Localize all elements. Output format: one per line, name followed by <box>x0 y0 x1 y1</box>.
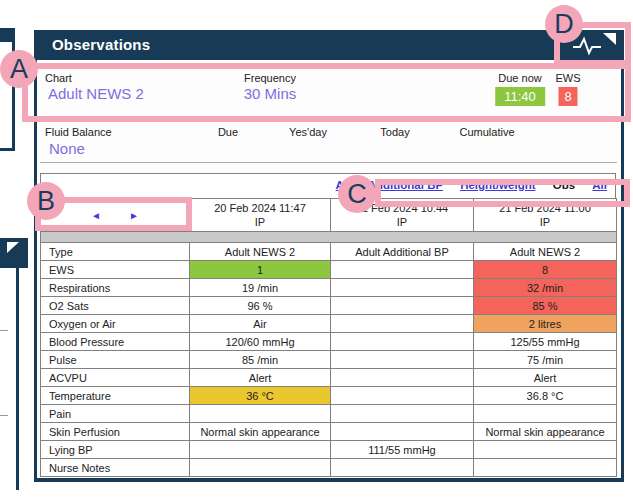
observation-cell <box>331 297 474 315</box>
table-row: EWS18 <box>41 261 617 279</box>
table-row: ACVPUAlertAlert <box>41 369 617 387</box>
background-row-line <box>0 330 8 331</box>
observation-cell: 85 /min <box>190 351 331 369</box>
observation-cell <box>331 423 474 441</box>
background-panel-border <box>12 28 15 150</box>
row-label: Respirations <box>41 279 190 297</box>
observation-cell: Normal skin appearance <box>190 423 331 441</box>
fluid-balance-value-link[interactable]: None <box>49 140 85 157</box>
callout-circle-d: D <box>545 5 583 43</box>
table-row: Pain <box>41 405 617 423</box>
observation-cell <box>331 261 474 279</box>
row-label: Oxygen or Air <box>41 315 190 333</box>
observation-cell: 1 <box>190 261 331 279</box>
observation-cell: Adult NEWS 2 <box>190 243 331 261</box>
panel-header: Observations <box>37 30 621 60</box>
table-row: Nurse Notes <box>41 459 617 477</box>
separator-row <box>41 232 617 243</box>
callout-rect-a <box>22 63 631 122</box>
observation-cell: Air <box>190 315 331 333</box>
panel-title: Observations <box>52 36 150 53</box>
callout-rect-c <box>375 179 630 207</box>
table-row: Oxygen or AirAir2 litres <box>41 315 617 333</box>
observation-cell: Alert <box>190 369 331 387</box>
table-row: Temperature36 °C36.8 °C <box>41 387 617 405</box>
observation-cell: 8 <box>474 261 617 279</box>
callout-circle-a: A <box>0 50 38 88</box>
callout-circle-c: C <box>338 175 376 213</box>
fluid-balance-label: Fluid Balance <box>45 126 112 138</box>
observation-cell <box>190 441 331 459</box>
panel-body: Chart Adult NEWS 2 Frequency 30 Mins Due… <box>37 60 621 478</box>
observation-cell <box>331 351 474 369</box>
observation-cell <box>331 387 474 405</box>
observation-cell: 2 litres <box>474 315 617 333</box>
fluid-due-label: Due <box>218 126 238 138</box>
observation-cell <box>331 333 474 351</box>
callout-circle-b: B <box>27 182 65 220</box>
observation-cell <box>190 459 331 477</box>
column-patient-class: IP <box>333 215 471 229</box>
row-label: Pulse <box>41 351 190 369</box>
observation-cell: 36.8 °C <box>474 387 617 405</box>
row-label: ACVPU <box>41 369 190 387</box>
column-patient-class: IP <box>192 215 328 229</box>
observation-cell <box>331 405 474 423</box>
row-label: O2 Sats <box>41 297 190 315</box>
observation-cell <box>190 405 331 423</box>
row-label: Type <box>41 243 190 261</box>
observation-cell: Adult NEWS 2 <box>474 243 617 261</box>
observation-cell: Adult Additional BP <box>331 243 474 261</box>
row-label: Temperature <box>41 387 190 405</box>
column-patient-class: IP <box>476 215 614 229</box>
observation-cell <box>331 369 474 387</box>
row-label: EWS <box>41 261 190 279</box>
background-icon-box <box>0 238 28 268</box>
observation-cell: 120/60 mmHg <box>190 333 331 351</box>
observation-cell: Alert <box>474 369 617 387</box>
table-row: O2 Sats96 %85 % <box>41 297 617 315</box>
fluid-today-label: Today <box>380 126 409 138</box>
observation-cell: 75 /min <box>474 351 617 369</box>
observations-table: ◄► 20 Feb 2024 11:47 IP 21 Feb 2024 10:4… <box>40 198 617 477</box>
table-row: Lying BP111/55 mmHg <box>41 441 617 459</box>
row-label: Skin Perfusion <box>41 423 190 441</box>
observation-cell <box>331 459 474 477</box>
background-row-line <box>0 415 8 416</box>
table-row: Skin PerfusionNormal skin appearanceNorm… <box>41 423 617 441</box>
row-label: Lying BP <box>41 441 190 459</box>
observation-cell: Normal skin appearance <box>474 423 617 441</box>
observation-cell <box>331 279 474 297</box>
row-label: Nurse Notes <box>41 459 190 477</box>
column-header[interactable]: 20 Feb 2024 11:47 IP <box>190 199 331 232</box>
row-label: Blood Pressure <box>41 333 190 351</box>
divider-line <box>40 162 617 163</box>
separator-cell <box>41 232 617 243</box>
observation-cell: 32 /min <box>474 279 617 297</box>
screenshot-root: Observations Chart Adult NEWS 2 Frequenc… <box>0 0 633 497</box>
observation-cell: 85 % <box>474 297 617 315</box>
fluid-yesterday-label: Yes'day <box>289 126 327 138</box>
table-row: Pulse85 /min75 /min <box>41 351 617 369</box>
table-row: TypeAdult NEWS 2Adult Additional BPAdult… <box>41 243 617 261</box>
table-row: Respirations19 /min32 /min <box>41 279 617 297</box>
table-row: Blood Pressure120/60 mmHg125/55 mmHg <box>41 333 617 351</box>
corner-fold-icon <box>7 242 19 253</box>
observation-cell <box>331 315 474 333</box>
observation-cell: 96 % <box>190 297 331 315</box>
fluid-cumulative-label: Cumulative <box>459 126 514 138</box>
background-panel-border <box>0 148 15 151</box>
observation-cell <box>474 441 617 459</box>
observation-cell: 111/55 mmHg <box>331 441 474 459</box>
background-panel-border <box>16 268 19 490</box>
observation-cell: 19 /min <box>190 279 331 297</box>
observation-cell: 125/55 mmHg <box>474 333 617 351</box>
observation-cell: 36 °C <box>190 387 331 405</box>
observation-cell <box>474 405 617 423</box>
column-datetime: 20 Feb 2024 11:47 <box>192 201 328 215</box>
obs-table-body: TypeAdult NEWS 2Adult Additional BPAdult… <box>41 243 617 477</box>
row-label: Pain <box>41 405 190 423</box>
observation-cell <box>474 459 617 477</box>
